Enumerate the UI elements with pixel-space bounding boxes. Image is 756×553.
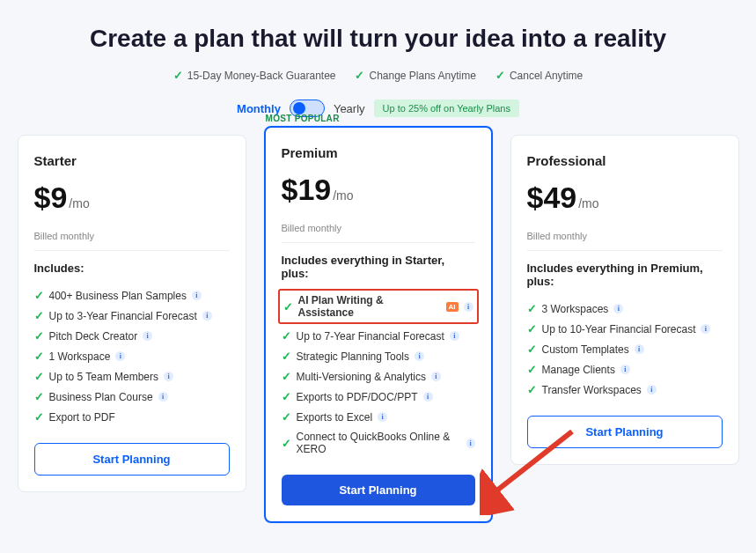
check-icon: ✓ — [355, 69, 364, 82]
check-icon: ✓ — [34, 289, 44, 302]
feature-text: 1 Workspace — [49, 350, 111, 363]
start-planning-button[interactable]: Start Planning — [527, 416, 723, 448]
info-icon[interactable]: i — [378, 412, 387, 422]
yearly-discount-badge: Up to 25% off on Yearly Plans — [374, 100, 519, 117]
check-icon: ✓ — [34, 329, 44, 343]
feature-text: Manage Clients — [542, 364, 615, 376]
feature-item: ✓Exports to PDF/DOC/PPTi — [282, 387, 475, 407]
info-icon[interactable]: i — [164, 372, 173, 381]
includes-heading: Includes everything in Starter, plus: — [282, 254, 475, 280]
feature-item: ✓Transfer Workspacesi — [527, 380, 723, 400]
info-icon[interactable]: i — [415, 351, 424, 361]
guarantee-item: ✓ Cancel Anytime — [495, 69, 583, 82]
most-popular-badge: MOST POPULAR — [266, 114, 340, 123]
info-icon[interactable]: i — [192, 291, 202, 300]
includes-heading: Includes everything in Premium, plus: — [527, 262, 723, 288]
info-icon[interactable]: i — [202, 311, 212, 321]
plan-card-starter: Starter $9 /mo Billed monthly Includes: … — [18, 135, 246, 492]
price-row: $9 /mo — [34, 181, 230, 215]
feature-text: Custom Templates — [542, 343, 629, 356]
info-icon[interactable]: i — [620, 365, 630, 374]
feature-item: ✓Up to 3-Year Financial Forecasti — [34, 306, 230, 326]
feature-text: Exports to Excel — [297, 411, 373, 424]
ai-badge-icon: AI — [446, 302, 459, 312]
feature-text: Business Plan Course — [49, 391, 153, 403]
info-icon[interactable]: i — [466, 439, 475, 448]
info-icon[interactable]: i — [115, 351, 125, 361]
price-row: $19 /mo — [282, 173, 475, 207]
check-icon: ✓ — [527, 302, 537, 315]
check-icon: ✓ — [34, 350, 44, 363]
feature-text: Exports to PDF/DOC/PPT — [297, 391, 418, 403]
feature-text: Pitch Deck Creator — [49, 330, 138, 343]
feature-item: ✓Strategic Planning Toolsi — [282, 346, 475, 366]
check-icon: ✓ — [527, 363, 537, 376]
price-row: $49 /mo — [527, 181, 723, 215]
feature-item: ✓Custom Templatesi — [527, 339, 723, 359]
feature-item-highlighted: ✓AI Plan Writing & AssistanceAIi — [278, 289, 479, 324]
divider — [34, 250, 230, 251]
check-icon: ✓ — [527, 383, 537, 396]
start-planning-button[interactable]: Start Planning — [282, 475, 475, 505]
divider — [527, 250, 723, 251]
check-icon: ✓ — [282, 350, 291, 363]
feature-text: Up to 5 Team Members — [49, 371, 159, 383]
divider — [282, 242, 475, 243]
guarantee-text: 15-Day Money-Back Guarantee — [187, 70, 336, 82]
check-icon: ✓ — [34, 390, 44, 403]
check-icon: ✓ — [282, 410, 291, 424]
check-icon: ✓ — [527, 322, 537, 335]
billing-toggle-row: Monthly Yearly Up to 25% off on Yearly P… — [0, 100, 756, 117]
pricing-cards: Starter $9 /mo Billed monthly Includes: … — [0, 135, 756, 523]
feature-text: AI Plan Writing & Assistance — [298, 294, 441, 319]
feature-item: ✓Pitch Deck Creatori — [34, 326, 230, 346]
check-icon: ✓ — [34, 370, 44, 383]
page-title: Create a plan that will turn your idea i… — [0, 0, 756, 69]
plan-name: Premium — [282, 145, 475, 160]
info-icon[interactable]: i — [647, 385, 657, 394]
plan-name: Professional — [527, 153, 723, 168]
feature-text: 3 Workspaces — [542, 303, 609, 315]
info-icon[interactable]: i — [143, 331, 152, 341]
check-icon: ✓ — [282, 390, 291, 403]
price: $19 — [282, 173, 332, 207]
feature-item: ✓Export to PDF — [34, 407, 230, 427]
billed-text: Billed monthly — [282, 223, 475, 233]
info-icon[interactable]: i — [613, 304, 623, 313]
feature-text: 400+ Business Plan Samples — [49, 290, 187, 302]
check-icon: ✓ — [34, 410, 44, 424]
guarantees-row: ✓ 15-Day Money-Back Guarantee ✓ Change P… — [0, 69, 756, 82]
feature-item: ✓1 Workspacei — [34, 346, 230, 366]
info-icon[interactable]: i — [701, 324, 710, 334]
check-icon: ✓ — [282, 329, 291, 343]
guarantee-text: Cancel Anytime — [510, 70, 583, 82]
feature-item: ✓400+ Business Plan Samplesi — [34, 285, 230, 306]
feature-item: ✓Up to 7-Year Financial Forecasti — [282, 326, 475, 346]
feature-item: ✓Exports to Exceli — [282, 407, 475, 427]
check-icon: ✓ — [34, 309, 44, 322]
price: $49 — [527, 181, 577, 215]
feature-item: ✓3 Workspacesi — [527, 299, 723, 319]
billed-text: Billed monthly — [34, 231, 230, 241]
info-icon[interactable]: i — [158, 392, 168, 402]
info-icon[interactable]: i — [431, 372, 441, 381]
guarantee-item: ✓ Change Plans Anytime — [355, 69, 475, 82]
info-icon[interactable]: i — [635, 344, 644, 354]
start-planning-button[interactable]: Start Planning — [34, 443, 230, 476]
feature-list: ✓400+ Business Plan Samplesi ✓Up to 3-Ye… — [34, 285, 230, 427]
info-icon[interactable]: i — [423, 392, 433, 402]
check-icon: ✓ — [173, 69, 183, 82]
feature-item: ✓Up to 10-Year Financial Forecasti — [527, 319, 723, 339]
feature-item: ✓Multi-Versioning & Analyticsi — [282, 366, 475, 387]
feature-text: Strategic Planning Tools — [297, 350, 410, 363]
feature-item: ✓Business Plan Coursei — [34, 387, 230, 407]
info-icon[interactable]: i — [464, 302, 473, 312]
feature-text: Up to 10-Year Financial Forecast — [542, 323, 696, 335]
feature-text: Connect to QuickBooks Online & XERO — [297, 431, 461, 455]
feature-item: ✓Up to 5 Team Membersi — [34, 366, 230, 387]
feature-text: Up to 7-Year Financial Forecast — [297, 330, 444, 343]
plan-card-professional: Professional $49 /mo Billed monthly Incl… — [510, 135, 739, 465]
feature-item: ✓Connect to QuickBooks Online & XEROi — [282, 427, 475, 459]
feature-item: ✓Manage Clientsi — [527, 359, 723, 380]
info-icon[interactable]: i — [450, 331, 459, 341]
